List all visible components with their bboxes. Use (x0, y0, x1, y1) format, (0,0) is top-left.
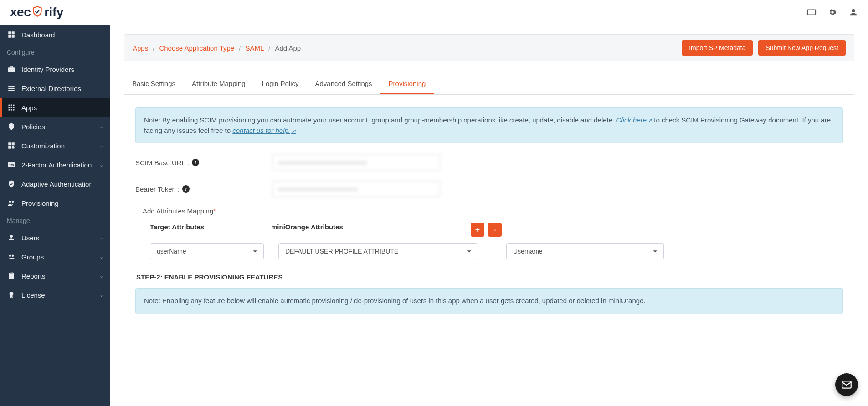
submit-new-app-button[interactable]: Submit New App Request (758, 40, 846, 56)
sidebar-item-groups[interactable]: Groups ⌄ (0, 247, 110, 266)
svg-rect-0 (8, 31, 11, 34)
sidebar-item-users[interactable]: Users ⌄ (0, 228, 110, 247)
breadcrumb-current: Add App (275, 44, 301, 52)
add-attr-mapping-heading: Add Attributes Mapping* (143, 207, 843, 215)
bearer-token-row: Bearer Token : i (135, 181, 843, 197)
users-sync-icon (7, 198, 16, 208)
svg-rect-16 (8, 142, 11, 145)
numbers-icon: 123 (7, 160, 16, 169)
svg-point-8 (11, 104, 12, 106)
user-icon[interactable] (848, 7, 859, 18)
sidebar-item-identity-providers[interactable]: Identity Providers (0, 60, 110, 79)
svg-point-7 (8, 104, 10, 106)
sidebar-item-external-directories[interactable]: External Directories (0, 79, 110, 98)
grid-icon (7, 103, 16, 112)
svg-rect-3 (12, 35, 15, 38)
shield-icon (7, 122, 16, 131)
svg-rect-27 (9, 273, 14, 279)
breadcrumb-choose-app-type[interactable]: Choose Application Type (159, 44, 234, 52)
tab-advanced-settings[interactable]: Advanced Settings (307, 74, 380, 94)
step2-note: Note: Enabling any feature below will en… (135, 288, 843, 314)
sidebar-section-manage: Manage (0, 213, 110, 228)
brand-logo[interactable]: xec rify (10, 5, 63, 20)
svg-point-11 (11, 107, 12, 108)
svg-rect-6 (8, 90, 15, 91)
docs-icon[interactable] (806, 7, 817, 18)
info-icon[interactable]: i (182, 185, 190, 193)
sidebar-item-policies[interactable]: Policies ⌄ (0, 117, 110, 136)
breadcrumb-apps[interactable]: Apps (133, 44, 148, 52)
svg-point-15 (13, 109, 15, 111)
contact-us-link[interactable]: contact us for help.↗ (232, 127, 296, 134)
list-icon (7, 84, 16, 93)
external-link-icon: ↗ (647, 117, 652, 124)
sidebar-item-customization[interactable]: Customization ⌄ (0, 136, 110, 155)
sidebar-item-label: 2-Factor Authentication (21, 161, 94, 169)
add-attribute-button[interactable]: + (471, 223, 484, 237)
svg-point-26 (12, 255, 14, 257)
click-here-link[interactable]: Click here↗ (616, 116, 652, 124)
breadcrumb: Apps / Choose Application Type / SAML / … (133, 44, 301, 52)
scim-base-url-row: SCIM Base URL : i (135, 154, 843, 171)
svg-point-23 (12, 201, 14, 203)
chevron-down-icon: ⌄ (99, 124, 103, 130)
svg-rect-17 (12, 142, 15, 145)
tab-attribute-mapping[interactable]: Attribute Mapping (184, 74, 254, 94)
sidebar-item-label: Apps (21, 104, 103, 112)
bearer-token-input[interactable] (272, 181, 441, 197)
sidebar-item-license[interactable]: License ⌄ (0, 285, 110, 304)
username-attribute-select[interactable]: Username (506, 243, 664, 259)
sidebar-item-label: Adaptive Authentication (21, 180, 103, 188)
sidebar-item-reports[interactable]: Reports ⌄ (0, 266, 110, 285)
import-sp-metadata-button[interactable]: Import SP Metadata (682, 40, 753, 56)
sidebar-item-adaptive-auth[interactable]: Adaptive Authentication (0, 174, 110, 193)
breadcrumb-bar: Apps / Choose Application Type / SAML / … (124, 34, 854, 61)
svg-point-22 (9, 201, 11, 203)
scim-base-url-input[interactable] (272, 154, 441, 171)
chevron-down-icon: ⌄ (99, 162, 103, 168)
sidebar-item-label: Provisioning (21, 199, 103, 207)
puzzle-icon (7, 141, 16, 150)
sidebar: Dashboard Configure Identity Providers E… (0, 25, 110, 406)
badge-icon (7, 290, 16, 299)
dashboard-icon (7, 30, 16, 39)
target-attribute-select[interactable]: userName (150, 243, 264, 259)
target-attributes-header: Target Attributes (150, 223, 271, 231)
sidebar-item-label: Customization (21, 142, 94, 150)
scim-note: Note: By enabling SCIM provisioning you … (135, 107, 843, 143)
chevron-down-icon: ⌄ (99, 273, 103, 279)
tab-basic-settings[interactable]: Basic Settings (124, 74, 184, 94)
svg-rect-18 (8, 146, 11, 149)
sidebar-item-label: Identity Providers (21, 66, 103, 73)
sidebar-item-label: Users (21, 234, 94, 242)
sidebar-item-dashboard[interactable]: Dashboard (0, 25, 110, 44)
shield-logo-icon (31, 5, 43, 19)
sidebar-item-apps[interactable]: Apps (0, 98, 110, 117)
chat-fab[interactable] (835, 373, 858, 396)
external-link-icon: ↗ (291, 128, 296, 134)
gear-icon[interactable] (827, 7, 838, 18)
sidebar-item-label: License (21, 291, 94, 299)
svg-point-9 (13, 104, 15, 106)
tab-provisioning[interactable]: Provisioning (380, 74, 434, 94)
sidebar-item-2fa[interactable]: 123 2-Factor Authentication ⌄ (0, 155, 110, 174)
svg-rect-5 (8, 88, 15, 89)
svg-rect-28 (10, 272, 13, 274)
sidebar-item-label: External Directories (21, 85, 103, 92)
svg-point-13 (8, 109, 10, 111)
top-header: xec rify (0, 0, 868, 25)
sidebar-item-provisioning[interactable]: Provisioning (0, 193, 110, 213)
tabs: Basic Settings Attribute Mapping Login P… (124, 74, 854, 95)
svg-point-25 (9, 255, 11, 257)
step2-heading: STEP-2: ENABLE PROVISIONING FEATURES (135, 273, 843, 281)
info-icon[interactable]: i (192, 159, 199, 166)
tab-login-policy[interactable]: Login Policy (254, 74, 307, 94)
breadcrumb-saml[interactable]: SAML (245, 44, 264, 52)
svg-point-29 (10, 292, 14, 296)
shield-check-icon (7, 179, 16, 188)
sidebar-item-label: Groups (21, 253, 94, 261)
svg-point-12 (13, 107, 15, 108)
miniorange-attribute-select[interactable]: DEFAULT USER PROFILE ATTRIBUTE (278, 243, 478, 259)
remove-attribute-button[interactable]: - (488, 223, 502, 237)
miniorange-attributes-header: miniOrange Attributes (271, 223, 471, 231)
